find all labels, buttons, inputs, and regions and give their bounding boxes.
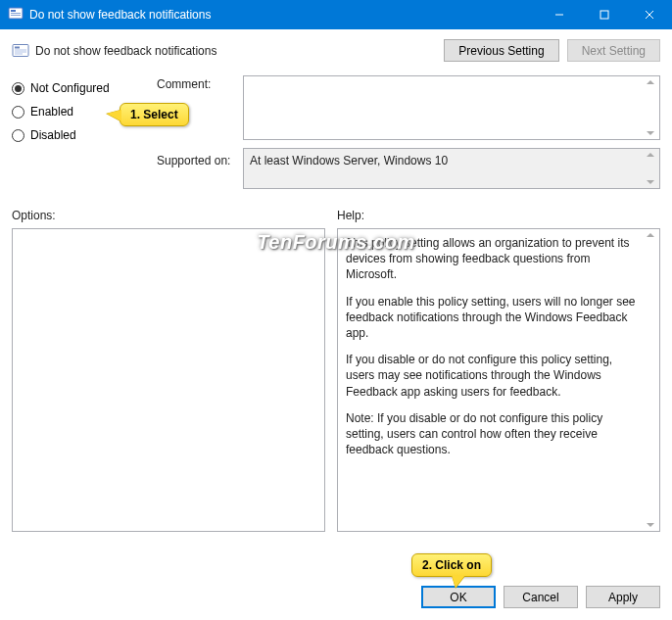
radio-dot-icon: [12, 82, 24, 95]
ok-button[interactable]: OK: [421, 586, 496, 608]
supported-on-label: Supported on:: [157, 148, 237, 189]
annotation-callout-1: 1. Select: [120, 103, 189, 126]
radio-not-configured[interactable]: Not Configured: [12, 81, 149, 95]
help-box: This policy setting allows an organizati…: [337, 228, 660, 532]
maximize-button[interactable]: [582, 0, 627, 29]
scroll-down-icon: [647, 180, 654, 184]
dialog-footer: OK Cancel Apply: [421, 586, 660, 608]
cancel-button[interactable]: Cancel: [504, 586, 578, 608]
app-icon: [8, 6, 24, 24]
scroll-up-icon: [647, 153, 654, 157]
options-box: [12, 228, 325, 532]
supported-on-value: At least Windows Server, Windows 10: [243, 148, 660, 189]
annotation-text: 2. Click on: [422, 558, 481, 572]
help-paragraph: If you enable this policy setting, users…: [346, 294, 640, 342]
scroll-down-icon: [647, 523, 654, 527]
scroll-up-icon: [647, 80, 654, 84]
scroll-up-icon: [647, 233, 654, 237]
help-label: Help:: [337, 209, 660, 222]
help-paragraph: This policy setting allows an organizati…: [346, 235, 640, 283]
annotation-callout-2: 2. Click on: [411, 553, 492, 577]
svg-rect-2: [11, 13, 21, 14]
svg-rect-10: [15, 49, 26, 50]
supported-on-text: At least Windows Server, Windows 10: [250, 154, 448, 167]
help-paragraph: If you disable or do not configure this …: [346, 352, 640, 400]
apply-button[interactable]: Apply: [586, 586, 660, 608]
help-paragraph: Note: If you disable or do not configure…: [346, 410, 640, 458]
window-title: Do not show feedback notifications: [29, 8, 211, 22]
title-bar: Do not show feedback notifications: [0, 0, 672, 29]
svg-rect-9: [15, 46, 20, 48]
radio-dot-icon: [12, 129, 24, 142]
policy-title: Do not show feedback notifications: [35, 44, 444, 58]
minimize-button[interactable]: [537, 0, 582, 29]
radio-label: Not Configured: [30, 81, 110, 95]
scroll-down-icon: [647, 131, 654, 135]
radio-dot-icon: [12, 106, 24, 119]
previous-setting-button[interactable]: Previous Setting: [444, 39, 558, 62]
svg-rect-12: [15, 53, 23, 54]
comment-input[interactable]: [243, 75, 660, 140]
svg-rect-1: [11, 10, 16, 12]
svg-rect-3: [11, 15, 21, 16]
policy-icon: [12, 42, 29, 60]
svg-rect-11: [15, 51, 26, 52]
options-label: Options:: [12, 209, 325, 222]
radio-label: Disabled: [30, 128, 76, 142]
annotation-text: 1. Select: [130, 108, 178, 121]
next-setting-button: Next Setting: [567, 39, 660, 62]
radio-label: Enabled: [30, 105, 73, 119]
radio-disabled[interactable]: Disabled: [12, 128, 149, 142]
svg-rect-5: [600, 11, 608, 19]
close-button[interactable]: [627, 0, 672, 29]
